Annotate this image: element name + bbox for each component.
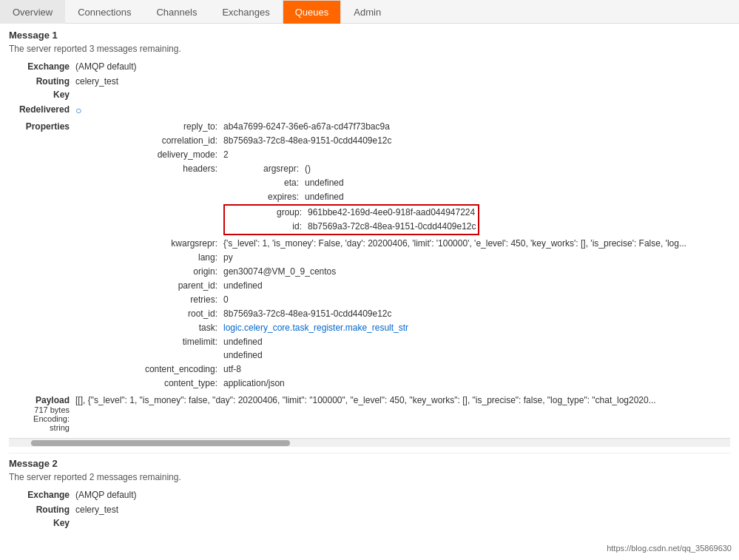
delivery-mode-value: 2 — [223, 148, 229, 161]
highlighted-group-id-block: group: 961bbe42-169d-4ee0-918f-aad044947… — [223, 204, 479, 235]
content-encoding-row: content_encoding: utf-8 — [75, 362, 686, 376]
payload-left: Payload 717 bytes Encoding: string — [9, 395, 75, 432]
task-link[interactable]: logic.celery_core.task_register.make_res… — [223, 323, 408, 333]
reply-to-row: reply_to: ab4a7699-6247-36e6-a67a-cd47f7… — [75, 120, 686, 133]
payload-encoding-value: string — [9, 423, 70, 432]
redelivered-value: ○ — [75, 103, 81, 118]
message2-routing-label-text: RoutingKey — [36, 505, 70, 528]
navigation-tabs: Overview Connections Channels Exchanges … — [0, 0, 739, 24]
content-encoding-label: content_encoding: — [75, 362, 223, 376]
routing-label-text: RoutingKey — [36, 76, 70, 100]
payload-row: Payload 717 bytes Encoding: string [[], … — [9, 392, 730, 435]
main-content: Message 1 The server reported 3 messages… — [0, 24, 739, 542]
argsrepr-value: () — [305, 162, 311, 175]
task-row: task: logic.celery_core.task_register.ma… — [75, 321, 686, 334]
lang-value: py — [223, 251, 233, 264]
root-id-row: root_id: 8b7569a3-72c8-48ea-9151-0cdd440… — [75, 307, 686, 320]
timelimit-row: timelimit: undefined undefined — [75, 335, 686, 362]
message-1-section: Message 1 The server reported 3 messages… — [9, 30, 730, 447]
content-encoding-value: utf-8 — [223, 362, 241, 376]
root-id-value: 8b7569a3-72c8-48ea-9151-0cdd4409e12c — [223, 307, 392, 320]
delivery-mode-label: delivery_mode: — [75, 148, 223, 161]
retries-value: 0 — [223, 293, 229, 306]
exchange-row: Exchange (AMQP default) — [9, 60, 730, 73]
kwargsrepr-row: kwargsrepr: {'s_level': 1, 'is_money': F… — [75, 237, 686, 250]
reply-to-value: ab4a7699-6247-36e6-a67a-cd47f73bac9a — [223, 120, 390, 133]
lang-label: lang: — [75, 251, 223, 264]
message2-exchange-value: (AMQP default) — [75, 488, 136, 502]
tab-connections[interactable]: Connections — [65, 0, 144, 24]
group-value: 961bbe42-169d-4ee0-918f-aad044947224 — [308, 206, 475, 219]
timelimit-value2-text: undefined — [223, 350, 263, 360]
content-type-value: application/json — [223, 377, 285, 390]
retries-label: retries: — [75, 293, 223, 306]
message-2-section: Message 2 The server reported 2 messages… — [9, 458, 730, 530]
payload-scrollbar[interactable] — [9, 438, 730, 447]
parent-id-row: parent_id: undefined — [75, 279, 686, 292]
routing-key-value: celery_test — [75, 75, 118, 101]
delivery-mode-row: delivery_mode: 2 — [75, 148, 686, 161]
timelimit-value1-text: undefined — [223, 337, 263, 347]
argsrepr-label: argsrepr: — [223, 162, 305, 175]
message2-routing-key-label: RoutingKey — [9, 503, 75, 530]
message2-exchange-row: Exchange (AMQP default) — [9, 488, 730, 502]
id-row: id: 8b7569a3-72c8-48ea-9151-0cdd4409e12c — [226, 220, 476, 233]
tab-overview[interactable]: Overview — [0, 0, 65, 24]
section-divider — [9, 453, 730, 453]
tab-exchanges[interactable]: Exchanges — [209, 0, 282, 24]
group-label: group: — [226, 206, 308, 219]
message2-routing-key-value: celery_test — [75, 503, 118, 530]
task-label: task: — [75, 321, 223, 334]
tab-queues[interactable]: Queues — [283, 0, 342, 24]
origin-row: origin: gen30074@VM_0_9_centos — [75, 265, 686, 278]
redelivered-row: Redelivered ○ — [9, 103, 730, 118]
task-value: logic.celery_core.task_register.make_res… — [223, 321, 408, 334]
message2-exchange-label: Exchange — [9, 488, 75, 502]
expires-row: expires: undefined — [223, 190, 479, 203]
argsrepr-row: argsrepr: () — [223, 162, 479, 175]
retries-row: retries: 0 — [75, 293, 686, 306]
headers-block: argsrepr: () eta: undefined expires: und… — [223, 162, 479, 236]
tab-channels[interactable]: Channels — [144, 0, 209, 24]
eta-row: eta: undefined — [223, 176, 479, 189]
expires-label: expires: — [223, 190, 305, 203]
expires-value: undefined — [305, 190, 344, 203]
kwargsrepr-label: kwargsrepr: — [75, 237, 223, 250]
routing-key-label: RoutingKey — [9, 75, 75, 101]
routing-key-row: RoutingKey celery_test — [9, 75, 730, 101]
properties-row: Properties reply_to: ab4a7699-6247-36e6-… — [9, 120, 730, 391]
properties-label: Properties — [9, 120, 75, 391]
redelivered-label: Redelivered — [9, 103, 75, 118]
headers-label: headers: — [75, 162, 223, 236]
reply-to-label: reply_to: — [75, 120, 223, 133]
tab-admin[interactable]: Admin — [341, 0, 394, 24]
properties-block: reply_to: ab4a7699-6247-36e6-a67a-cd47f7… — [75, 120, 686, 391]
payload-label: Payload — [9, 395, 70, 405]
message-2-server-msg: The server reported 2 messages remaining… — [9, 472, 730, 482]
exchange-value: (AMQP default) — [75, 60, 136, 73]
payload-bytes: 717 bytes — [9, 405, 70, 414]
scrollbar-thumb — [31, 440, 290, 446]
content-type-label: content_type: — [75, 377, 223, 390]
message-2-title: Message 2 — [9, 458, 730, 469]
origin-label: origin: — [75, 265, 223, 278]
message-1-server-msg: The server reported 3 messages remaining… — [9, 44, 730, 54]
message-1-title: Message 1 — [9, 30, 730, 41]
correlation-id-label: correlation_id: — [75, 134, 223, 147]
content-type-row: content_type: application/json — [75, 377, 686, 390]
message2-routing-key-row: RoutingKey celery_test — [9, 503, 730, 530]
id-label: id: — [226, 220, 308, 233]
eta-label: eta: — [223, 176, 305, 189]
origin-value: gen30074@VM_0_9_centos — [223, 265, 336, 278]
lang-row: lang: py — [75, 251, 686, 264]
parent-id-value: undefined — [223, 279, 263, 292]
payload-content: [[], {"s_level": 1, "is_money": false, "… — [75, 395, 656, 405]
timelimit-value1: undefined undefined — [223, 335, 263, 362]
kwargsrepr-value: {'s_level': 1, 'is_money': False, 'day':… — [223, 237, 686, 250]
parent-id-label: parent_id: — [75, 279, 223, 292]
id-value: 8b7569a3-72c8-48ea-9151-0cdd4409e12c — [308, 220, 476, 233]
exchange-label: Exchange — [9, 60, 75, 73]
headers-row: headers: argsrepr: () eta: undefined — [75, 162, 686, 236]
group-row: group: 961bbe42-169d-4ee0-918f-aad044947… — [226, 206, 476, 219]
payload-encoding-label: Encoding: — [9, 414, 70, 423]
